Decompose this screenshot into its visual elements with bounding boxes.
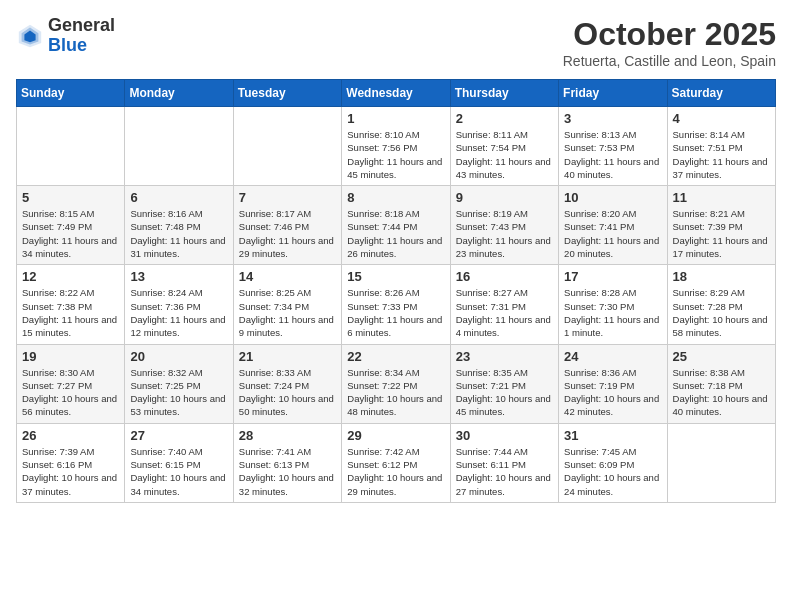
calendar-cell: [17, 107, 125, 186]
day-info: Sunrise: 7:44 AM Sunset: 6:11 PM Dayligh…: [456, 445, 553, 498]
day-info: Sunrise: 8:28 AM Sunset: 7:30 PM Dayligh…: [564, 286, 661, 339]
day-info: Sunrise: 8:25 AM Sunset: 7:34 PM Dayligh…: [239, 286, 336, 339]
day-info: Sunrise: 7:42 AM Sunset: 6:12 PM Dayligh…: [347, 445, 444, 498]
day-number: 20: [130, 349, 227, 364]
day-number: 21: [239, 349, 336, 364]
calendar-cell: 20Sunrise: 8:32 AM Sunset: 7:25 PM Dayli…: [125, 344, 233, 423]
day-number: 5: [22, 190, 119, 205]
day-number: 31: [564, 428, 661, 443]
day-info: Sunrise: 8:33 AM Sunset: 7:24 PM Dayligh…: [239, 366, 336, 419]
title-block: October 2025 Retuerta, Castille and Leon…: [563, 16, 776, 69]
calendar-cell: 21Sunrise: 8:33 AM Sunset: 7:24 PM Dayli…: [233, 344, 341, 423]
day-info: Sunrise: 8:11 AM Sunset: 7:54 PM Dayligh…: [456, 128, 553, 181]
day-number: 30: [456, 428, 553, 443]
day-info: Sunrise: 8:35 AM Sunset: 7:21 PM Dayligh…: [456, 366, 553, 419]
calendar-cell: 13Sunrise: 8:24 AM Sunset: 7:36 PM Dayli…: [125, 265, 233, 344]
day-number: 16: [456, 269, 553, 284]
day-number: 7: [239, 190, 336, 205]
day-info: Sunrise: 8:32 AM Sunset: 7:25 PM Dayligh…: [130, 366, 227, 419]
logo-icon: [16, 22, 44, 50]
day-info: Sunrise: 8:16 AM Sunset: 7:48 PM Dayligh…: [130, 207, 227, 260]
weekday-header-wednesday: Wednesday: [342, 80, 450, 107]
day-info: Sunrise: 8:29 AM Sunset: 7:28 PM Dayligh…: [673, 286, 770, 339]
calendar-cell: 18Sunrise: 8:29 AM Sunset: 7:28 PM Dayli…: [667, 265, 775, 344]
calendar-cell: 22Sunrise: 8:34 AM Sunset: 7:22 PM Dayli…: [342, 344, 450, 423]
calendar-cell: 3Sunrise: 8:13 AM Sunset: 7:53 PM Daylig…: [559, 107, 667, 186]
calendar-week-row: 19Sunrise: 8:30 AM Sunset: 7:27 PM Dayli…: [17, 344, 776, 423]
location-subtitle: Retuerta, Castille and Leon, Spain: [563, 53, 776, 69]
day-number: 17: [564, 269, 661, 284]
day-number: 10: [564, 190, 661, 205]
day-info: Sunrise: 7:41 AM Sunset: 6:13 PM Dayligh…: [239, 445, 336, 498]
day-info: Sunrise: 8:14 AM Sunset: 7:51 PM Dayligh…: [673, 128, 770, 181]
day-number: 14: [239, 269, 336, 284]
calendar-cell: [125, 107, 233, 186]
day-info: Sunrise: 8:17 AM Sunset: 7:46 PM Dayligh…: [239, 207, 336, 260]
calendar-cell: 4Sunrise: 8:14 AM Sunset: 7:51 PM Daylig…: [667, 107, 775, 186]
weekday-header-monday: Monday: [125, 80, 233, 107]
weekday-header-saturday: Saturday: [667, 80, 775, 107]
day-number: 19: [22, 349, 119, 364]
weekday-header-sunday: Sunday: [17, 80, 125, 107]
day-info: Sunrise: 8:18 AM Sunset: 7:44 PM Dayligh…: [347, 207, 444, 260]
day-info: Sunrise: 8:15 AM Sunset: 7:49 PM Dayligh…: [22, 207, 119, 260]
day-info: Sunrise: 8:38 AM Sunset: 7:18 PM Dayligh…: [673, 366, 770, 419]
calendar-cell: 25Sunrise: 8:38 AM Sunset: 7:18 PM Dayli…: [667, 344, 775, 423]
day-number: 3: [564, 111, 661, 126]
day-info: Sunrise: 8:27 AM Sunset: 7:31 PM Dayligh…: [456, 286, 553, 339]
day-number: 22: [347, 349, 444, 364]
calendar-cell: 11Sunrise: 8:21 AM Sunset: 7:39 PM Dayli…: [667, 186, 775, 265]
calendar-cell: 8Sunrise: 8:18 AM Sunset: 7:44 PM Daylig…: [342, 186, 450, 265]
day-info: Sunrise: 7:45 AM Sunset: 6:09 PM Dayligh…: [564, 445, 661, 498]
day-info: Sunrise: 8:21 AM Sunset: 7:39 PM Dayligh…: [673, 207, 770, 260]
day-number: 8: [347, 190, 444, 205]
logo-text: General Blue: [48, 16, 115, 56]
calendar-cell: [233, 107, 341, 186]
month-title: October 2025: [563, 16, 776, 53]
calendar-cell: 5Sunrise: 8:15 AM Sunset: 7:49 PM Daylig…: [17, 186, 125, 265]
calendar-cell: 1Sunrise: 8:10 AM Sunset: 7:56 PM Daylig…: [342, 107, 450, 186]
day-number: 28: [239, 428, 336, 443]
calendar-cell: 27Sunrise: 7:40 AM Sunset: 6:15 PM Dayli…: [125, 423, 233, 502]
day-number: 4: [673, 111, 770, 126]
calendar-cell: 7Sunrise: 8:17 AM Sunset: 7:46 PM Daylig…: [233, 186, 341, 265]
calendar-cell: 17Sunrise: 8:28 AM Sunset: 7:30 PM Dayli…: [559, 265, 667, 344]
day-number: 11: [673, 190, 770, 205]
day-number: 13: [130, 269, 227, 284]
day-info: Sunrise: 8:26 AM Sunset: 7:33 PM Dayligh…: [347, 286, 444, 339]
day-info: Sunrise: 8:24 AM Sunset: 7:36 PM Dayligh…: [130, 286, 227, 339]
weekday-header-thursday: Thursday: [450, 80, 558, 107]
calendar-cell: 24Sunrise: 8:36 AM Sunset: 7:19 PM Dayli…: [559, 344, 667, 423]
logo: General Blue: [16, 16, 115, 56]
calendar-cell: 28Sunrise: 7:41 AM Sunset: 6:13 PM Dayli…: [233, 423, 341, 502]
day-number: 24: [564, 349, 661, 364]
calendar-cell: 12Sunrise: 8:22 AM Sunset: 7:38 PM Dayli…: [17, 265, 125, 344]
day-info: Sunrise: 8:13 AM Sunset: 7:53 PM Dayligh…: [564, 128, 661, 181]
day-info: Sunrise: 8:19 AM Sunset: 7:43 PM Dayligh…: [456, 207, 553, 260]
day-number: 27: [130, 428, 227, 443]
calendar-week-row: 5Sunrise: 8:15 AM Sunset: 7:49 PM Daylig…: [17, 186, 776, 265]
day-number: 18: [673, 269, 770, 284]
weekday-header-row: SundayMondayTuesdayWednesdayThursdayFrid…: [17, 80, 776, 107]
calendar-cell: 30Sunrise: 7:44 AM Sunset: 6:11 PM Dayli…: [450, 423, 558, 502]
calendar-cell: 9Sunrise: 8:19 AM Sunset: 7:43 PM Daylig…: [450, 186, 558, 265]
day-info: Sunrise: 8:30 AM Sunset: 7:27 PM Dayligh…: [22, 366, 119, 419]
day-number: 23: [456, 349, 553, 364]
day-info: Sunrise: 7:39 AM Sunset: 6:16 PM Dayligh…: [22, 445, 119, 498]
day-number: 6: [130, 190, 227, 205]
calendar-cell: 29Sunrise: 7:42 AM Sunset: 6:12 PM Dayli…: [342, 423, 450, 502]
day-number: 2: [456, 111, 553, 126]
day-info: Sunrise: 8:36 AM Sunset: 7:19 PM Dayligh…: [564, 366, 661, 419]
calendar-cell: 15Sunrise: 8:26 AM Sunset: 7:33 PM Dayli…: [342, 265, 450, 344]
calendar-cell: [667, 423, 775, 502]
day-number: 25: [673, 349, 770, 364]
calendar-week-row: 12Sunrise: 8:22 AM Sunset: 7:38 PM Dayli…: [17, 265, 776, 344]
day-number: 26: [22, 428, 119, 443]
day-info: Sunrise: 7:40 AM Sunset: 6:15 PM Dayligh…: [130, 445, 227, 498]
weekday-header-tuesday: Tuesday: [233, 80, 341, 107]
day-number: 9: [456, 190, 553, 205]
calendar-table: SundayMondayTuesdayWednesdayThursdayFrid…: [16, 79, 776, 503]
page-header: General Blue October 2025 Retuerta, Cast…: [16, 16, 776, 69]
day-number: 12: [22, 269, 119, 284]
calendar-cell: 14Sunrise: 8:25 AM Sunset: 7:34 PM Dayli…: [233, 265, 341, 344]
